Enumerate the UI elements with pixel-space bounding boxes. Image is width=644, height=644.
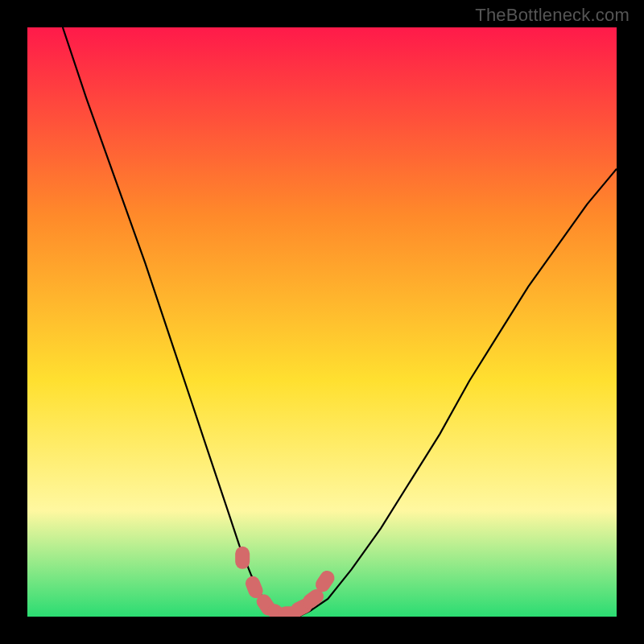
- plot-area: [27, 27, 617, 617]
- minimum-marker: [235, 547, 250, 569]
- gradient-background: [27, 27, 617, 617]
- bottleneck-chart: [27, 27, 617, 617]
- watermark-text: TheBottleneck.com: [475, 5, 630, 26]
- chart-frame: TheBottleneck.com: [0, 0, 644, 644]
